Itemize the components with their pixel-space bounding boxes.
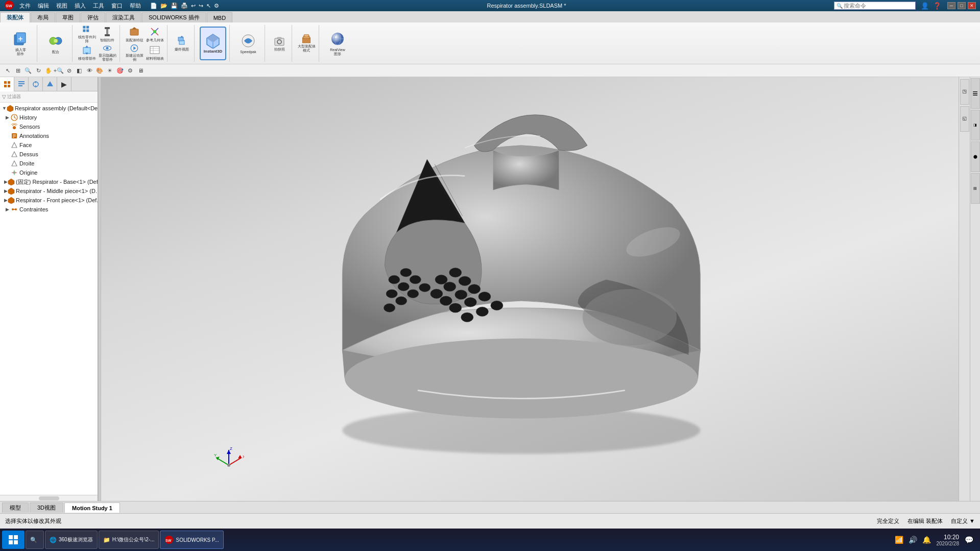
zoom-in-icon[interactable]: +🔍 — [54, 66, 63, 75]
quick-options[interactable]: ⚙ — [214, 3, 219, 9]
zoom-fit-icon[interactable]: ⊞ — [13, 66, 22, 75]
close-button[interactable]: ✕ — [968, 2, 976, 9]
tree-expand-middle[interactable]: ▶ — [4, 188, 8, 194]
search-input[interactable] — [844, 3, 910, 9]
tree-item-annotations[interactable]: ▶ Annotations — [0, 131, 98, 140]
quick-new[interactable]: 📄 — [150, 3, 157, 9]
quick-open[interactable]: 📂 — [160, 3, 168, 9]
tray-battery[interactable]: 🔔 — [921, 536, 933, 544]
tab-layout[interactable]: 布局 — [31, 12, 55, 22]
menu-item-help[interactable]: 帮助 — [128, 2, 143, 10]
tree-item-sensors[interactable]: ▶ Sensors — [0, 122, 98, 131]
menu-item-edit[interactable]: 编辑 — [36, 2, 51, 10]
tab-mbd[interactable]: MBD — [207, 12, 232, 22]
viewport[interactable]: X Y Z ◱ ◳ — [101, 77, 970, 501]
tray-network[interactable]: 📶 — [893, 536, 905, 544]
taskbar-search[interactable]: 🔍 — [26, 531, 44, 549]
taskbar-solidworks[interactable]: SW SOLIDWORKS P... — [160, 531, 223, 549]
right-panel-btn-2[interactable]: ◨ — [971, 110, 980, 140]
material-list-button[interactable]: 材料明细表 — [146, 43, 164, 62]
tree-item-face[interactable]: ▶ Face — [0, 140, 98, 150]
tab-sketch[interactable]: 草图 — [56, 12, 80, 22]
tree-item-dessus[interactable]: ▶ Dessus — [0, 150, 98, 159]
tree-expand-root[interactable]: ▼ — [2, 105, 7, 111]
display-style-icon[interactable]: ◧ — [75, 66, 84, 75]
tab-plugins[interactable]: SOLIDWORKS 插件 — [142, 12, 206, 22]
view-orientation-icon[interactable]: 🎯 — [115, 66, 125, 75]
tab-render[interactable]: 渲染工具 — [106, 12, 141, 22]
zoom-area-icon[interactable]: 🔍 — [23, 66, 33, 75]
speedpak-button[interactable]: Speedpak — [235, 27, 261, 60]
help-icon[interactable]: ❓ — [933, 2, 941, 10]
tab-model[interactable]: 模型 — [2, 502, 29, 513]
menu-item-window[interactable]: 窗口 — [109, 2, 125, 10]
tab-3dview[interactable]: 3D视图 — [30, 502, 63, 513]
arrow-pointer-icon[interactable]: ↖ — [3, 66, 12, 75]
menu-item-view[interactable]: 视图 — [54, 2, 69, 10]
sidebar-tab-properties[interactable] — [29, 77, 43, 91]
tab-evaluate[interactable]: 评估 — [81, 12, 105, 22]
menu-item-file[interactable]: 文件 — [17, 2, 33, 10]
move-component-button[interactable]: 移动零部件 — [78, 43, 96, 62]
assembly-feature-button[interactable]: 装配体特征 — [125, 25, 144, 43]
taskbar-start-button[interactable] — [2, 531, 25, 549]
tree-item-droite[interactable]: ▶ Droite — [0, 159, 98, 168]
view-front-btn[interactable]: ◱ — [960, 79, 969, 105]
monitor-icon[interactable]: 🖥 — [136, 66, 145, 75]
minimize-button[interactable]: ─ — [947, 2, 955, 9]
tray-notification[interactable]: 💬 — [963, 536, 975, 544]
menu-item-tools[interactable]: 工具 — [91, 2, 106, 10]
large-assembly-button[interactable]: 大型装配体模式 — [297, 34, 316, 53]
quick-capture-button[interactable]: 拍快照 — [270, 34, 289, 53]
tree-item-origine[interactable]: ▶ Origine — [0, 168, 98, 177]
right-panel-btn-3[interactable]: ⬤ — [971, 141, 980, 172]
user-icon[interactable]: 👤 — [921, 2, 929, 10]
taskbar-clock[interactable]: 10:20 2020/2/28 — [935, 534, 962, 546]
hide-show-icon[interactable]: 👁 — [85, 66, 94, 75]
sidebar-tab-tree[interactable] — [0, 77, 14, 91]
pan-icon[interactable]: ✋ — [44, 66, 53, 75]
tab-assembly[interactable]: 装配体 — [0, 12, 30, 22]
insert-component-button[interactable]: 插入零部件 — [7, 27, 34, 60]
tree-item-root[interactable]: ▼ Respirator assembly (Default<Default — [0, 104, 98, 113]
rotate-icon[interactable]: ↻ — [34, 66, 43, 75]
tree-item-base[interactable]: ▶ (固定) Respirator - Base<1> (Defa... — [0, 177, 98, 186]
right-panel-btn-1[interactable]: ≡ — [971, 78, 980, 109]
linear-array-button[interactable]: 线性零件列阵 — [78, 25, 96, 43]
sidebar-tab-list[interactable] — [14, 77, 29, 91]
tray-volume[interactable]: 🔊 — [907, 536, 919, 544]
exploded-view-button[interactable]: 爆炸视图 — [173, 34, 191, 53]
tree-item-front[interactable]: ▶ Respirator - Front piece<1> (Def... — [0, 196, 98, 205]
menu-item-insert[interactable]: 插入 — [73, 2, 88, 10]
section-view-icon[interactable]: ⊘ — [64, 66, 74, 75]
taskbar-explorer[interactable]: 📁 H:\微信公众号\2-... — [99, 531, 159, 549]
status-custom[interactable]: 自定义 ▼ — [951, 517, 975, 525]
maximize-button[interactable]: □ — [958, 2, 966, 9]
tree-item-history[interactable]: ▶ History — [0, 113, 98, 122]
tree-scroll-bottom[interactable] — [0, 495, 98, 501]
tree-expand-constraints[interactable]: ▶ — [4, 206, 10, 212]
sidebar-tab-appearances[interactable] — [43, 77, 57, 91]
quick-print[interactable]: 🖨️ — [181, 3, 188, 9]
reference-button[interactable]: 参考几何体 — [146, 25, 164, 43]
tree-item-constraints[interactable]: ▶ Contraintes — [0, 205, 98, 214]
realview-button[interactable]: RealView图形 — [324, 27, 351, 60]
tree-expand-base[interactable]: ▶ — [4, 179, 8, 185]
smart-fastener-button[interactable]: 智能扣件 — [98, 25, 116, 43]
mate-button[interactable]: 配合 — [42, 27, 69, 60]
taskbar-360browser[interactable]: 🌐 360极速浏览器 — [45, 531, 98, 549]
tree-expand-front[interactable]: ▶ — [4, 197, 8, 203]
quick-save[interactable]: 💾 — [171, 3, 178, 9]
view-settings-icon[interactable]: ⚙ — [126, 66, 135, 75]
instant3d-button[interactable]: Instant3D — [200, 27, 226, 60]
show-hidden-button[interactable]: 显示隐藏的零部件 — [98, 43, 116, 62]
quick-select[interactable]: ↖ — [206, 3, 211, 9]
appearances-icon[interactable]: 🎨 — [95, 66, 104, 75]
right-panel-btn-4[interactable]: ▤ — [971, 173, 980, 204]
tree-item-middle[interactable]: ▶ Respirator - Middle piece<1> (D... — [0, 186, 98, 196]
quick-redo[interactable]: ↪ — [199, 3, 203, 9]
quick-undo[interactable]: ↩ — [191, 3, 196, 9]
search-box[interactable]: 🔍 — [834, 2, 916, 10]
scene-icon[interactable]: ☀ — [105, 66, 114, 75]
sidebar-tab-next[interactable]: ▶ — [57, 77, 71, 91]
